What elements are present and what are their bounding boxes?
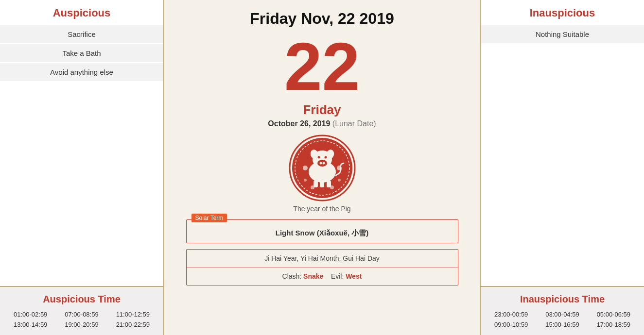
svg-point-17 (311, 185, 314, 189)
evil-value: West (346, 272, 362, 280)
solar-term-badge: Solar Term (191, 214, 227, 222)
time-cell: 17:00-18:59 (588, 321, 639, 328)
svg-point-7 (317, 160, 327, 167)
time-cell: 01:00-02:59 (5, 311, 56, 318)
center-panel: Friday Nov, 22 2019 22 Friday October 26… (164, 0, 480, 335)
time-cell: 21:00-22:59 (107, 321, 158, 328)
list-item: Sacrifice (0, 25, 163, 43)
clash-value: Snake (303, 272, 323, 280)
auspicious-section: Auspicious Sacrifice Take a Bath Avoid a… (0, 0, 163, 286)
svg-point-18 (330, 185, 334, 189)
time-cell: 05:00-06:59 (588, 311, 639, 318)
svg-point-10 (317, 156, 320, 159)
lunar-date-label: October 26, 2019 (268, 119, 330, 128)
time-cell: 23:00-00:59 (486, 311, 537, 318)
svg-point-19 (304, 179, 307, 182)
lunar-date-sub: (Lunar Date) (332, 119, 376, 128)
auspicious-title: Auspicious (0, 0, 163, 25)
time-cell: 13:00-14:59 (5, 321, 56, 328)
time-cell: 09:00-10:59 (486, 321, 537, 328)
inauspicious-section: Inauspicious Nothing Suitable (481, 0, 644, 286)
svg-point-15 (303, 166, 308, 170)
lunar-date: October 26, 2019 (Lunar Date) (268, 119, 376, 128)
evil-label: Evil: (331, 272, 344, 280)
auspicious-time-grid: 01:00-02:59 07:00-08:59 11:00-12:59 13:0… (0, 311, 163, 328)
time-cell: 07:00-08:59 (56, 311, 107, 318)
svg-point-9 (322, 162, 325, 165)
day-name: Friday (303, 102, 341, 117)
inauspicious-time-grid: 23:00-00:59 03:00-04:59 05:00-06:59 09:0… (481, 311, 644, 328)
svg-rect-13 (320, 181, 324, 187)
solar-term-box: Solar Term Light Snow (Xiǎoxuě, 小雪) (186, 219, 458, 243)
list-item: Nothing Suitable (481, 25, 644, 43)
list-item: Avoid anything else (0, 63, 163, 81)
clash-label: Clash: (282, 272, 302, 280)
left-panel: Auspicious Sacrifice Take a Bath Avoid a… (0, 0, 164, 335)
time-cell: 15:00-16:59 (537, 321, 588, 328)
auspicious-time-section: Auspicious Time 01:00-02:59 07:00-08:59 … (0, 286, 163, 335)
year-month-day-row: Ji Hai Year, Yi Hai Month, Gui Hai Day (187, 250, 458, 268)
time-cell: 19:00-20:59 (56, 321, 107, 328)
list-item: Take a Bath (0, 44, 163, 62)
right-panel: Inauspicious Nothing Suitable Inauspicio… (480, 0, 644, 335)
svg-point-20 (338, 179, 341, 182)
year-label: The year of the Pig (293, 205, 350, 213)
inauspicious-title: Inauspicious (481, 0, 644, 25)
solar-term-text: Light Snow (Xiǎoxuě, 小雪) (187, 220, 458, 243)
svg-point-11 (324, 156, 327, 159)
svg-point-8 (319, 162, 322, 165)
time-cell: 03:00-04:59 (537, 311, 588, 318)
info-box: Ji Hai Year, Yi Hai Month, Gui Hai Day C… (186, 249, 458, 285)
main-date: Friday Nov, 22 2019 (250, 10, 394, 28)
clash-evil-row: Clash: Snake Evil: West (187, 268, 458, 285)
day-number: 22 (284, 33, 360, 100)
pig-zodiac-icon (288, 134, 356, 202)
time-cell: 11:00-12:59 (107, 311, 158, 318)
inauspicious-time-section: Inauspicious Time 23:00-00:59 03:00-04:5… (481, 286, 644, 335)
inauspicious-time-title: Inauspicious Time (481, 294, 644, 305)
auspicious-time-title: Auspicious Time (0, 294, 163, 305)
